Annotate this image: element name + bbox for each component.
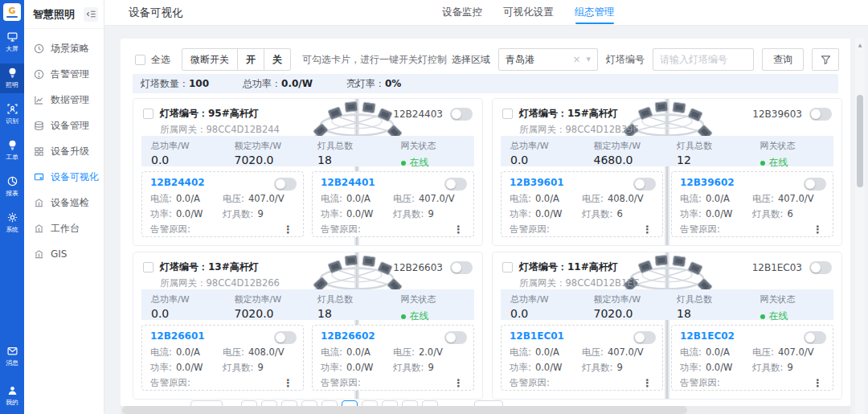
tab-visualization-settings[interactable]: 可视化设置 bbox=[503, 0, 554, 26]
scroll-up-icon[interactable]: ▲ bbox=[855, 42, 865, 47]
tower-switch-toggle[interactable] bbox=[450, 261, 473, 274]
pagination-page[interactable] bbox=[261, 400, 277, 406]
sidebar-item-label: 设备巡检 bbox=[51, 196, 89, 210]
pagination-page[interactable] bbox=[281, 400, 297, 406]
alarm-reason-label: 告警原因: bbox=[150, 223, 190, 236]
tab-device-monitoring[interactable]: 设备监控 bbox=[442, 0, 482, 26]
alarm-reason-label: 告警原因: bbox=[510, 377, 550, 389]
card-stats-strip: 总功率/W0.0 额定功率/W7020.0 灯具总数18 网关状态在线 bbox=[501, 289, 833, 320]
sidebar-item-device-management[interactable]: 设备管理 bbox=[24, 113, 104, 138]
sidebar-item-alarm-management[interactable]: 告警管理 bbox=[24, 61, 104, 87]
rail-item-lighting[interactable]: 照明 bbox=[0, 64, 24, 93]
more-actions-icon[interactable]: ⋮ bbox=[452, 223, 465, 236]
pagination-page[interactable] bbox=[321, 400, 338, 406]
branch-switch-toggle[interactable] bbox=[804, 178, 826, 191]
building-icon bbox=[34, 249, 44, 260]
branch-switch-toggle[interactable] bbox=[274, 178, 297, 191]
card-header: 灯塔编号：13#高杆灯 所属网关：98CC4D12B266 12B26603 bbox=[133, 252, 482, 289]
pagination-page-active[interactable] bbox=[342, 400, 358, 406]
more-actions-icon[interactable]: ⋮ bbox=[641, 377, 654, 389]
branch-id: 12B24401 bbox=[321, 177, 375, 188]
region-select-value: 青岛港 bbox=[506, 53, 573, 67]
branch-card: 12B26602 电流:0.0/A 电压:2.0/V 功率:0.0/W 灯具数:… bbox=[312, 325, 474, 391]
sidebar-header: 智慧照明 bbox=[24, 0, 104, 29]
rail-item-profile[interactable]: 我的 bbox=[0, 381, 24, 411]
rail-item-report[interactable]: 报表 bbox=[0, 172, 24, 202]
breaker-on-button[interactable]: 开 bbox=[237, 49, 264, 70]
branch-switch-toggle[interactable] bbox=[274, 331, 297, 344]
more-actions-icon[interactable]: ⋮ bbox=[452, 377, 465, 389]
rail-item-label: 消息 bbox=[6, 359, 18, 367]
rail-item-workorder[interactable]: 工单 bbox=[0, 136, 24, 166]
tower-switch-toggle[interactable] bbox=[809, 108, 832, 121]
branch-card: 12B24402 电流:0.0/A 电压:407.0/V 功率:0.0/W 灯具… bbox=[141, 171, 304, 237]
pagination-prev[interactable] bbox=[190, 400, 223, 406]
rail-item-label: 大屏 bbox=[6, 44, 18, 53]
more-actions-icon[interactable]: ⋮ bbox=[281, 377, 295, 389]
branch-switch-toggle[interactable] bbox=[444, 331, 467, 344]
clear-icon[interactable]: × bbox=[573, 55, 581, 64]
building-icon bbox=[34, 223, 44, 234]
sidebar-item-workbench[interactable]: 工作台 bbox=[24, 215, 104, 241]
rail-item-system[interactable]: 系统 bbox=[0, 208, 24, 238]
tower-title: 灯塔编号：95#高杆灯 bbox=[160, 107, 280, 121]
pagination-page[interactable] bbox=[362, 400, 378, 406]
vertical-scrollbar[interactable]: ▲ ▼ bbox=[855, 39, 865, 414]
branch-switch-toggle[interactable] bbox=[804, 331, 826, 344]
stat-lamp-total: 灯具总数18 bbox=[308, 289, 391, 320]
person-icon bbox=[7, 385, 18, 396]
branch-current: 电流:0.0/A bbox=[510, 346, 582, 359]
collapse-sidebar-button[interactable] bbox=[84, 7, 98, 22]
more-actions-icon[interactable]: ⋮ bbox=[811, 377, 825, 389]
select-all-checkbox[interactable] bbox=[135, 55, 145, 65]
branch-list: 12B1EC01 电流:0.0/A 电压:407.0/V 功率:0.0/W 灯具… bbox=[501, 325, 833, 391]
card-checkbox[interactable] bbox=[143, 109, 154, 119]
sidebar-item-label: 设备管理 bbox=[51, 119, 89, 133]
rail-item-bigscreen[interactable]: 大屏 bbox=[0, 27, 24, 57]
horizontal-scrollbar[interactable] bbox=[121, 406, 850, 414]
sidebar-item-device-inspection[interactable]: 设备巡检 bbox=[24, 190, 104, 215]
pagination-page[interactable] bbox=[301, 400, 317, 406]
branch-switch-toggle[interactable] bbox=[444, 178, 467, 191]
branch-voltage: 电压:408.0/V bbox=[582, 193, 654, 205]
card-checkbox[interactable] bbox=[143, 262, 154, 273]
clock-icon bbox=[34, 43, 44, 54]
rail-item-label: 工单 bbox=[6, 153, 18, 162]
sidebar-item-scene-strategy[interactable]: 场景策略 bbox=[24, 35, 104, 61]
branch-switch-toggle[interactable] bbox=[633, 331, 656, 344]
card-checkbox[interactable] bbox=[502, 109, 513, 119]
pagination-page[interactable] bbox=[382, 400, 398, 406]
pagination-next[interactable] bbox=[474, 400, 503, 406]
stat-lamp-total: 灯具总数12 bbox=[667, 136, 751, 166]
branch-lamps: 灯具数:9 bbox=[582, 362, 654, 374]
more-actions-icon[interactable]: ⋮ bbox=[641, 223, 654, 236]
sidebar-item-data-management[interactable]: 数据管理 bbox=[24, 87, 104, 113]
sidebar-item-device-visualization[interactable]: 设备可视化 bbox=[24, 164, 104, 190]
horizontal-scrollbar-thumb[interactable] bbox=[122, 406, 687, 414]
more-actions-icon[interactable]: ⋮ bbox=[281, 223, 295, 236]
vertical-scrollbar-thumb[interactable] bbox=[857, 95, 863, 187]
sidebar-item-device-upgrade[interactable]: 设备升级 bbox=[24, 138, 104, 164]
branch-lamps: 灯具数:6 bbox=[752, 208, 825, 220]
rail-item-messages[interactable]: 消息 bbox=[0, 342, 24, 371]
region-select[interactable]: 青岛港 × ▼ bbox=[498, 48, 598, 71]
branch-switch-toggle[interactable] bbox=[633, 178, 656, 191]
more-actions-icon[interactable]: ⋮ bbox=[811, 223, 825, 236]
rail-item-recognition[interactable]: 识别 bbox=[0, 100, 24, 129]
branch-id: 12B1EC02 bbox=[680, 330, 735, 342]
breaker-off-button[interactable]: 关 bbox=[264, 49, 290, 70]
tower-switch-toggle[interactable] bbox=[450, 108, 473, 121]
search-button[interactable]: 查询 bbox=[762, 48, 804, 71]
pagination-page[interactable] bbox=[241, 400, 257, 406]
filter-button[interactable] bbox=[812, 48, 839, 71]
card-checkbox[interactable] bbox=[502, 262, 513, 273]
branch-card: 12B24401 电流:0.0/A 电压:407.0/V 功率:0.0/W 灯具… bbox=[312, 171, 474, 237]
tower-number-input[interactable] bbox=[653, 48, 754, 71]
sidebar-menu: 场景策略 告警管理 数据管理 设备管理 设备升级 设备可视化 bbox=[24, 29, 104, 267]
pagination-page[interactable] bbox=[402, 400, 418, 406]
sidebar-item-gis[interactable]: GIS bbox=[24, 241, 104, 267]
stat-rated-power: 额定功率/W7020.0 bbox=[225, 289, 309, 320]
pagination-page[interactable] bbox=[422, 400, 438, 406]
tower-switch-toggle[interactable] bbox=[809, 261, 832, 274]
tab-configuration-management[interactable]: 组态管理 bbox=[575, 0, 615, 26]
